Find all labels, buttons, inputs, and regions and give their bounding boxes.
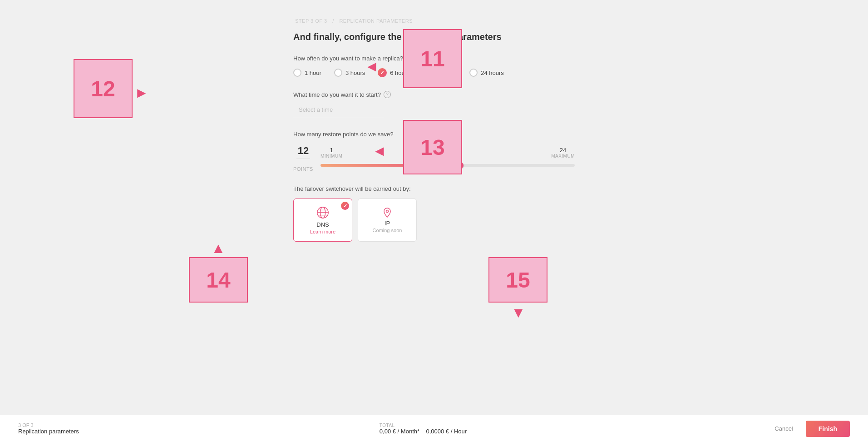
footer-bar: 3 OF 3 Replication parameters TOTAL 0,00…: [0, 415, 868, 442]
failover-cards: ✓ DNS Learn more: [293, 199, 575, 242]
annotation-11-arrow: ◄: [365, 58, 379, 75]
dns-globe-icon: [316, 206, 330, 219]
slider-min-value: 1: [330, 147, 333, 154]
breadcrumb-step: STEP 3 OF 3: [295, 18, 327, 24]
time-section: What time do you want it to start? ? Sel…: [293, 91, 575, 117]
annotation-11: 11: [403, 29, 462, 88]
radio-label-1hour: 1 hour: [305, 70, 321, 76]
dns-check-icon: ✓: [341, 202, 349, 210]
svg-point-5: [386, 210, 389, 213]
time-question-text: What time do you want it to start?: [293, 91, 381, 98]
help-icon[interactable]: ?: [384, 91, 391, 98]
annotation-13-arrow: ◄: [372, 143, 387, 159]
slider-max-label: 24 MAXIMUM: [551, 147, 575, 159]
footer-actions: Cancel Finish: [767, 421, 850, 437]
cancel-button[interactable]: Cancel: [767, 422, 800, 436]
radio-1hour[interactable]: 1 hour: [293, 69, 321, 77]
footer-total-month: 0,00 € / Month*: [380, 428, 419, 435]
annotation-15-arrow: ▼: [511, 304, 526, 321]
footer-step: 3 OF 3 Replication parameters: [18, 422, 79, 435]
failover-card-dns[interactable]: ✓ DNS Learn more: [293, 199, 352, 242]
radio-circle-3hours: [334, 69, 342, 77]
radio-label-24hours: 24 hours: [481, 70, 504, 76]
annotation-14: 14: [189, 257, 248, 303]
dns-learn-more[interactable]: Learn more: [310, 229, 335, 234]
dns-title: DNS: [316, 221, 329, 228]
annotation-12: 12: [74, 59, 133, 118]
points-value: 12: [296, 145, 310, 157]
radio-circle-1hour: [293, 69, 301, 77]
radio-check-6hours: [378, 68, 387, 77]
slider-min-text: MINIMUM: [321, 154, 343, 159]
finish-button[interactable]: Finish: [806, 421, 850, 437]
slider-max-text: MAXIMUM: [551, 154, 575, 159]
failover-section: The failover switchover will be carried …: [293, 185, 575, 242]
breadcrumb-section: REPLICATION PARAMETERS: [339, 18, 413, 24]
ip-pin-icon: [382, 207, 393, 218]
points-group: 12 Points: [293, 145, 313, 172]
annotation-12-arrow: ►: [134, 84, 149, 101]
slider-min-label: 1 MINIMUM: [321, 147, 343, 159]
footer-step-number: 3 OF 3: [18, 422, 79, 428]
time-question: What time do you want it to start? ?: [293, 91, 575, 98]
footer-total: TOTAL 0,00 € / Month* 0,0000 € / Hour: [380, 423, 467, 435]
time-select[interactable]: Select a time 00:00 01:00 02:00 03:00 04…: [293, 103, 384, 117]
page-wrapper: STEP 3 OF 3 / REPLICATION PARAMETERS And…: [0, 0, 868, 442]
footer-step-name: Replication parameters: [18, 428, 79, 435]
slider-max-value: 24: [560, 147, 566, 154]
annotation-13: 13: [403, 120, 462, 174]
radio-circle-24hours: [469, 69, 478, 77]
footer-total-value: 0,00 € / Month* 0,0000 € / Hour: [380, 428, 467, 435]
points-text: Points: [293, 166, 313, 172]
ip-subtitle: Coming soon: [373, 228, 402, 233]
annotation-15: 15: [488, 257, 547, 303]
breadcrumb-separator: /: [332, 18, 334, 24]
radio-24hours[interactable]: 24 hours: [469, 69, 504, 77]
annotation-14-arrow: ▲: [211, 240, 226, 257]
radio-3hours[interactable]: 3 hours: [334, 69, 365, 77]
footer-total-label: TOTAL: [380, 423, 395, 428]
failover-card-ip[interactable]: IP Coming soon: [358, 199, 417, 242]
breadcrumb: STEP 3 OF 3 / REPLICATION PARAMETERS: [293, 18, 575, 24]
footer-total-hour: 0,0000 € / Hour: [426, 428, 467, 435]
failover-question: The failover switchover will be carried …: [293, 185, 575, 192]
radio-label-3hours: 3 hours: [345, 70, 365, 76]
ip-title: IP: [385, 220, 390, 227]
